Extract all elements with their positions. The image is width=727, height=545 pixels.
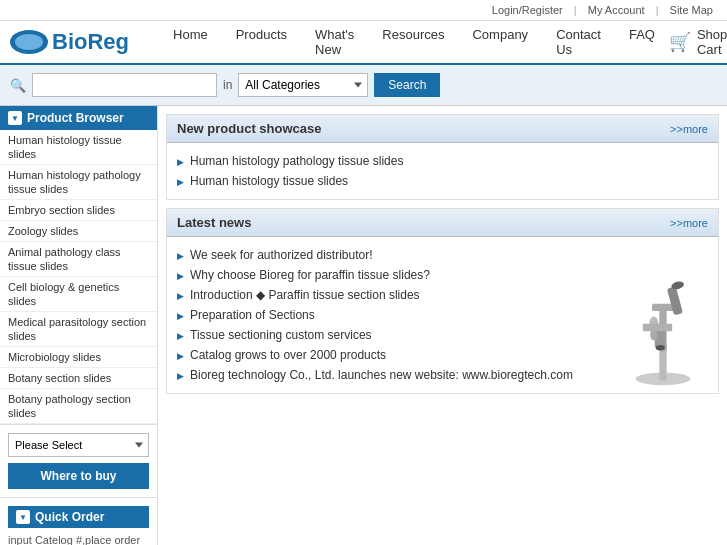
news-list: We seek for authorized distributor! Why … [167,237,608,393]
list-item: Zoology slides [0,221,157,242]
nav-company[interactable]: Company [458,27,542,57]
list-item: Catalog grows to over 2000 products [177,345,598,365]
list-item: Cell biology & genetics slides [0,277,157,312]
top-bar: Login/Register | My Account | Site Map [0,0,727,21]
login-register-link[interactable]: Login/Register [492,4,563,16]
latest-news-more-link[interactable]: >>more [670,217,708,229]
product-browser-icon [8,111,22,125]
category-select-wrapper: All Categories Products News [238,73,368,97]
product-browser-label: Product Browser [27,111,124,125]
site-map-link[interactable]: Site Map [670,4,713,16]
sidebar-link[interactable]: Zoology slides [8,225,78,237]
new-products-title: New product showcase [177,121,321,136]
list-item: Human histology tissue slides [0,130,157,165]
where-to-buy-select-wrapper: Please Select [8,433,149,457]
list-item: Botany pathology section slides [0,389,157,424]
quick-order-label: Quick Order [35,510,104,524]
logo-oval [10,30,48,54]
quick-order-section: Quick Order input Catelog #,place order … [0,497,157,545]
list-item: Botany section slides [0,368,157,389]
quick-order-header: Quick Order [8,506,149,528]
microscope-image [623,278,703,388]
search-in-label: in [223,78,232,92]
nav-faq[interactable]: FAQ [615,27,669,57]
my-account-link[interactable]: My Account [588,4,645,16]
cart-icon: 🛒 [669,31,691,53]
list-item: Human histology pathology tissue slides [177,151,708,171]
nav-products[interactable]: Products [222,27,301,57]
product-browser-header: Product Browser [0,106,157,130]
sidebar-link[interactable]: Microbiology slides [8,351,101,363]
sidebar-link[interactable]: Cell biology & genetics slides [8,281,119,307]
new-products-header: New product showcase >>more [167,115,718,143]
product-browser-list: Human histology tissue slides Human hist… [0,130,157,425]
cart-label: Shopping Cart [697,27,727,57]
news-link[interactable]: Bioreg technology Co., Ltd. launches new… [190,368,573,382]
latest-news-section: Latest news >>more We seek for authorize… [166,208,719,394]
category-select[interactable]: All Categories Products News [238,73,368,97]
new-products-body: Human histology pathology tissue slides … [167,143,718,199]
latest-news-title: Latest news [177,215,251,230]
logo-text: BioReg [52,29,129,55]
header: BioReg Home Products What's New Resource… [0,21,727,65]
list-item: Human histology tissue slides [177,171,708,191]
sidebar-link[interactable]: Human histology pathology tissue slides [8,169,141,195]
search-bar: 🔍 in All Categories Products News Search [0,65,727,106]
search-input[interactable] [32,73,217,97]
svg-rect-10 [643,324,672,331]
sidebar-select-area: Please Select Where to buy [0,425,157,497]
news-link[interactable]: Preparation of Sections [190,308,315,322]
logo[interactable]: BioReg [10,29,129,55]
news-link[interactable]: We seek for authorized distributor! [190,248,373,262]
new-product-link[interactable]: Human histology pathology tissue slides [190,154,403,168]
list-item: Microbiology slides [0,347,157,368]
quick-order-icon [16,510,30,524]
sidebar-link[interactable]: Botany section slides [8,372,111,384]
new-products-more-link[interactable]: >>more [670,123,708,135]
sidebar-link[interactable]: Animal pathology class tissue slides [8,246,121,272]
nav-whats-new[interactable]: What's New [301,27,368,57]
nav-contact-us[interactable]: Contact Us [542,27,615,57]
svg-point-7 [656,345,665,351]
separator-2: | [656,4,659,16]
where-to-buy-select[interactable]: Please Select [8,433,149,457]
new-products-list: Human histology pathology tissue slides … [177,151,708,191]
separator-1: | [574,4,577,16]
sidebar: Product Browser Human histology tissue s… [0,106,158,545]
nav-home[interactable]: Home [159,27,222,57]
list-item: Human histology pathology tissue slides [0,165,157,200]
nav-resources[interactable]: Resources [368,27,458,57]
sidebar-link[interactable]: Medical parasitology section slides [8,316,146,342]
list-item: Medical parasitology section slides [0,312,157,347]
list-item: Introduction ◆ Paraffin tissue section s… [177,285,598,305]
search-icon: 🔍 [10,78,26,93]
news-image-area [608,237,718,393]
search-button[interactable]: Search [374,73,440,97]
list-item: We seek for authorized distributor! [177,245,598,265]
list-item: Animal pathology class tissue slides [0,242,157,277]
new-product-link[interactable]: Human histology tissue slides [190,174,348,188]
cart-area[interactable]: 🛒 Shopping Cart [669,27,727,57]
content-area: New product showcase >>more Human histol… [158,106,727,545]
new-products-section: New product showcase >>more Human histol… [166,114,719,200]
news-link[interactable]: Introduction ◆ Paraffin tissue section s… [190,288,420,302]
latest-news-header: Latest news >>more [167,209,718,237]
sidebar-link[interactable]: Embryo section slides [8,204,115,216]
list-item: Embryo section slides [0,200,157,221]
news-section-body: We seek for authorized distributor! Why … [167,237,718,393]
news-items: We seek for authorized distributor! Why … [177,245,598,385]
main-layout: Product Browser Human histology tissue s… [0,106,727,545]
list-item: Why choose Bioreg for paraffin tissue sl… [177,265,598,285]
sidebar-link[interactable]: Human histology tissue slides [8,134,122,160]
logo-oval-inner [15,34,43,50]
where-to-buy-button[interactable]: Where to buy [8,463,149,489]
list-item: Preparation of Sections [177,305,598,325]
sidebar-link[interactable]: Botany pathology section slides [8,393,131,419]
list-item: Tissue sectioning custom services [177,325,598,345]
news-link[interactable]: Tissue sectioning custom services [190,328,372,342]
main-nav: Home Products What's New Resources Compa… [159,27,669,57]
news-link[interactable]: Catalog grows to over 2000 products [190,348,386,362]
list-item: Bioreg technology Co., Ltd. launches new… [177,365,598,385]
quick-order-instruction: input Catelog #,place order here ! [8,534,149,545]
news-link[interactable]: Why choose Bioreg for paraffin tissue sl… [190,268,430,282]
